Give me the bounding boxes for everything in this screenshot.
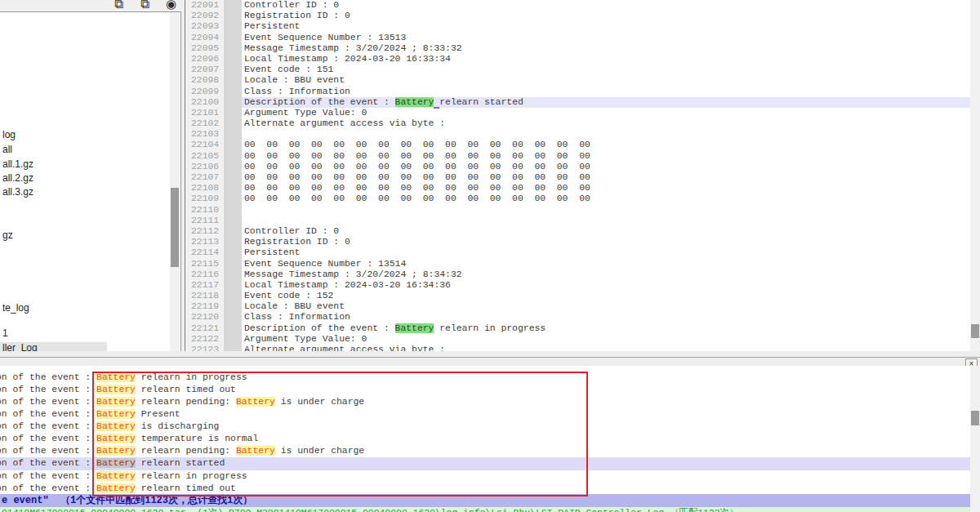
- search-summary-row[interactable]: e event" （1个文件中匹配到1123次，总计查找1次）: [0, 494, 970, 507]
- line-text[interactable]: [242, 216, 971, 226]
- result-row[interactable]: on of the event : Battery relearn timed …: [0, 384, 970, 396]
- log-line[interactable]: 22115Event Sequence Number : 13514: [185, 259, 971, 269]
- line-text[interactable]: Local Timestamp : 2024-03-20 16:33:34: [242, 54, 971, 65]
- line-text[interactable]: 00 00 00 00 00 00 00 00 00 00 00 00 00 0…: [242, 194, 971, 204]
- line-text[interactable]: Description of the event : Battery relea…: [242, 323, 971, 334]
- line-text[interactable]: Locale : BBU event: [242, 75, 971, 86]
- file-item[interactable]: 1: [2, 327, 8, 340]
- editor-scrollbar[interactable]: [970, 0, 980, 351]
- log-line[interactable]: 22111: [185, 216, 971, 226]
- line-text[interactable]: Registration ID : 0: [242, 11, 971, 21]
- line-text[interactable]: Argument Type Value: 0: [242, 334, 971, 345]
- log-line[interactable]: 22123Alternate argument access via byte …: [185, 345, 971, 351]
- line-text[interactable]: Message Timestamp : 3/20/2024 ; 8:33:32: [242, 43, 971, 54]
- line-text[interactable]: [242, 205, 971, 216]
- line-text[interactable]: Description of the event : Battery relea…: [242, 97, 971, 108]
- copy-pages-icon-2[interactable]: ⧉: [140, 0, 149, 11]
- text-segment: Registration ID : 0: [244, 11, 350, 20]
- log-line[interactable]: 2210700 00 00 00 00 00 00 00 00 00 00 00…: [185, 172, 971, 183]
- log-line[interactable]: 22095Message Timestamp : 3/20/2024 ; 8:3…: [185, 43, 971, 54]
- log-line[interactable]: 22097Event code : 151: [185, 65, 971, 75]
- log-line[interactable]: 22121Description of the event : Battery …: [185, 323, 971, 334]
- log-line[interactable]: 22094Event Sequence Number : 13513: [185, 33, 971, 43]
- line-text[interactable]: Persistent: [242, 21, 971, 32]
- log-line[interactable]: 2210800 00 00 00 00 00 00 00 00 00 00 00…: [185, 183, 971, 194]
- line-text[interactable]: 00 00 00 00 00 00 00 00 00 00 00 00 00 0…: [242, 183, 971, 194]
- result-row[interactable]: on of the event : Battery relearn timed …: [0, 483, 970, 495]
- log-line[interactable]: 22120Class : Information: [185, 312, 971, 323]
- log-line[interactable]: 22122Argument Type Value: 0: [185, 334, 971, 345]
- log-line[interactable]: 22098Locale : BBU event: [185, 75, 971, 86]
- result-row[interactable]: on of the event : Battery relearn pendin…: [0, 445, 970, 457]
- line-text[interactable]: Class : Information: [242, 87, 971, 97]
- file-item[interactable]: all.3.gz: [2, 186, 33, 198]
- log-line[interactable]: 22113Registration ID : 0: [185, 237, 971, 247]
- log-line[interactable]: 22102Alternate argument access via byte …: [185, 118, 971, 129]
- line-text[interactable]: Message Timestamp : 3/20/2024 ; 8:34:32: [242, 269, 971, 280]
- text-segment: 00 00 00 00 00 00 00 00 00 00 00 00 00 0…: [244, 140, 590, 149]
- line-text[interactable]: Persistent: [242, 247, 971, 258]
- line-text[interactable]: Locale : BBU event: [242, 301, 971, 312]
- log-line[interactable]: 22112Controller ID : 0: [185, 226, 971, 237]
- file-item[interactable]: te_log: [2, 302, 29, 314]
- log-line[interactable]: 22091Controller ID : 0: [185, 0, 971, 11]
- log-line[interactable]: 22099Class : Information: [185, 87, 971, 97]
- log-line[interactable]: 22093Persistent: [185, 21, 971, 32]
- results-scrollbar[interactable]: [970, 366, 980, 512]
- log-line[interactable]: 2210500 00 00 00 00 00 00 00 00 00 00 00…: [185, 151, 971, 162]
- log-line[interactable]: 22119Locale : BBU event: [185, 301, 971, 312]
- log-line[interactable]: 2210900 00 00 00 00 00 00 00 00 00 00 00…: [185, 194, 971, 204]
- log-line[interactable]: 22117Local Timestamp : 2024-03-20 16:34:…: [185, 280, 971, 291]
- log-line[interactable]: 2210400 00 00 00 00 00 00 00 00 00 00 00…: [185, 140, 971, 150]
- log-line[interactable]: 22096Local Timestamp : 2024-03-20 16:33:…: [185, 54, 971, 65]
- line-text[interactable]: Alternate argument access via byte :: [242, 118, 971, 129]
- line-text[interactable]: Registration ID : 0: [242, 237, 971, 247]
- result-row[interactable]: on of the event : Battery temperature is…: [0, 433, 970, 445]
- line-text[interactable]: Event code : 152: [242, 291, 971, 301]
- line-text[interactable]: Event code : 151: [242, 65, 971, 75]
- log-line[interactable]: 22110: [185, 205, 971, 216]
- locate-target-icon[interactable]: ◉: [166, 0, 176, 11]
- file-item[interactable]: gz: [2, 229, 13, 242]
- line-text[interactable]: Class : Information: [242, 312, 971, 323]
- sidebar-scrollbar-thumb[interactable]: [171, 188, 179, 267]
- file-item[interactable]: all.2.gz: [2, 172, 33, 185]
- results-scrollbar-thumb[interactable]: [971, 411, 979, 425]
- panel-splitter[interactable]: ×: [0, 351, 980, 367]
- result-row[interactable]: on of the event : Battery relearn pendin…: [0, 396, 970, 408]
- result-row[interactable]: on of the event : Battery is discharging: [0, 421, 970, 433]
- line-text[interactable]: Argument Type Value: 0: [242, 108, 971, 118]
- file-item[interactable]: all: [2, 144, 12, 156]
- result-row[interactable]: on of the event : Battery Present: [0, 408, 970, 421]
- line-text[interactable]: Event Sequence Number : 13514: [242, 259, 971, 269]
- copy-pages-icon[interactable]: ⧉: [114, 0, 123, 11]
- log-line[interactable]: 2210600 00 00 00 00 00 00 00 00 00 00 00…: [185, 162, 971, 172]
- result-row[interactable]: on of the event : Battery relearn starte…: [0, 457, 970, 470]
- log-line[interactable]: 22118Event code : 152: [185, 291, 971, 301]
- log-line[interactable]: 22092Registration ID : 0: [185, 11, 971, 21]
- log-line[interactable]: 22116Message Timestamp : 3/20/2024 ; 8:3…: [185, 269, 971, 280]
- line-text[interactable]: Controller ID : 0: [242, 226, 971, 237]
- file-item[interactable]: all.1.gz: [2, 158, 33, 171]
- line-text[interactable]: Controller ID : 0: [242, 0, 971, 11]
- text-segment: Present: [136, 409, 180, 419]
- log-line[interactable]: 22101Argument Type Value: 0: [185, 108, 971, 118]
- line-text[interactable]: 00 00 00 00 00 00 00 00 00 00 00 00 00 0…: [242, 151, 971, 162]
- search-file-row[interactable]: 01410M617000015-00040000-1620.tar (1次) B…: [0, 507, 970, 512]
- line-text[interactable]: 00 00 00 00 00 00 00 00 00 00 00 00 00 0…: [242, 162, 971, 172]
- line-text[interactable]: Event Sequence Number : 13513: [242, 33, 971, 43]
- editor-scrollbar-thumb[interactable]: [971, 324, 979, 338]
- line-text[interactable]: [242, 129, 971, 140]
- result-row[interactable]: on of the event : Battery relearn in pro…: [0, 470, 970, 483]
- line-text[interactable]: 00 00 00 00 00 00 00 00 00 00 00 00 00 0…: [242, 140, 971, 150]
- result-row[interactable]: on of the event : Battery relearn in pro…: [0, 372, 970, 384]
- line-text[interactable]: 00 00 00 00 00 00 00 00 00 00 00 00 00 0…: [242, 172, 971, 183]
- log-editor[interactable]: 22091Controller ID : 022092Registration …: [185, 0, 971, 351]
- line-text[interactable]: Local Timestamp : 2024-03-20 16:34:36: [242, 280, 971, 291]
- sidebar-scrollbar[interactable]: [170, 12, 180, 352]
- line-text[interactable]: Alternate argument access via byte :: [242, 345, 971, 351]
- file-item[interactable]: log: [2, 129, 16, 141]
- log-line[interactable]: 22103: [185, 129, 971, 140]
- log-line[interactable]: 22100Description of the event : Battery …: [185, 97, 971, 108]
- log-line[interactable]: 22114Persistent: [185, 247, 971, 258]
